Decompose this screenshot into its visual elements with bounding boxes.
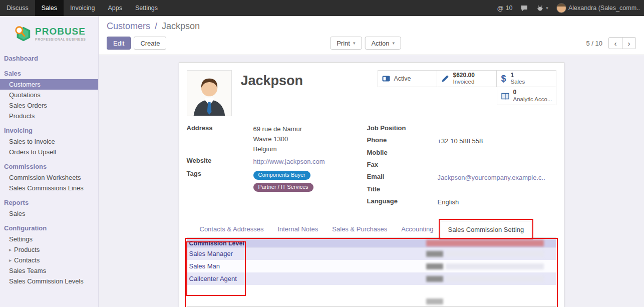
sales-label: Sales (511, 79, 525, 86)
breadcrumb-current: Jackpson (162, 21, 200, 31)
title-value (438, 185, 556, 195)
sidebar-item-sales-teams[interactable]: Sales Teams (0, 265, 98, 276)
title-label: Title (367, 185, 438, 195)
edit-button[interactable]: Edit (107, 37, 131, 50)
address-line: 69 rue de Namur (253, 124, 367, 134)
sidebar-item-sales-commissions-lines[interactable]: Sales Commissions Lines (0, 183, 98, 193)
address-label: Address (187, 124, 253, 154)
invoiced-amount: $620.00 (453, 72, 475, 79)
pager-next-button[interactable]: › (622, 37, 636, 49)
active-stat-button[interactable]: Active (378, 70, 437, 87)
redacted-value (426, 298, 443, 304)
bug-icon (536, 5, 544, 12)
table-row[interactable]: Sales Manager (187, 247, 556, 260)
probuse-logo-icon (13, 24, 32, 43)
language-value: English (438, 197, 556, 207)
record-title: Jackpson (241, 73, 378, 89)
sidebar-item-settings[interactable]: Settings (0, 234, 98, 244)
caret-right-icon: ▸ (9, 258, 12, 263)
table-row[interactable]: Sales Man (187, 260, 556, 272)
user-menu[interactable]: Alexandra (Sales_comm.. (556, 3, 640, 13)
menu-settings[interactable]: Settings (129, 0, 164, 16)
menu-apps[interactable]: Apps (101, 0, 129, 16)
mobile-value (438, 149, 556, 158)
sidebar-item-reports-sales[interactable]: Sales (0, 208, 98, 219)
user-name: Alexandra (Sales_comm.. (568, 5, 640, 12)
tab-contacts-addresses[interactable]: Contacts & Addresses (193, 221, 271, 238)
menu-discuss[interactable]: Discuss (0, 0, 35, 16)
sidebar-heading-configuration[interactable]: Configuration (0, 222, 98, 234)
table-footer-row (187, 296, 556, 307)
sidebar-menu: Dashboard Sales Customers Quotations Sal… (0, 53, 98, 286)
menu-invoicing[interactable]: Invoicing (64, 0, 101, 16)
address-line: Belgium (253, 144, 367, 154)
redacted-column-header (426, 240, 544, 246)
pager-previous-button[interactable]: ‹ (608, 37, 622, 49)
redacted-value (426, 251, 443, 257)
invoiced-stat-button[interactable]: $620.00 Invoiced (437, 70, 497, 87)
caret-right-icon: ▸ (9, 247, 12, 252)
tab-sales-purchases[interactable]: Sales & Purchases (325, 221, 394, 238)
mentions-button[interactable]: @ 10 (497, 5, 513, 12)
email-link[interactable]: Jackpson@yourcompany.example.c.. (438, 174, 545, 181)
sidebar-heading-reports[interactable]: Reports (0, 197, 98, 208)
pager-count: 5 / 10 (586, 40, 602, 47)
email-label: Email (367, 173, 438, 183)
messages-button[interactable] (520, 5, 528, 12)
action-dropdowns: Print ▾ Action ▾ (330, 37, 401, 50)
active-stat-label: Active (394, 75, 411, 82)
address-value: 69 rue de Namur Wavre 1300 Belgium (253, 124, 367, 154)
address-line: Wavre 1300 (253, 134, 367, 144)
brand-name: PROBUSE (35, 27, 86, 36)
tab-internal-notes[interactable]: Internal Notes (270, 221, 325, 238)
sidebar-heading-commissions[interactable]: Commissions (0, 161, 98, 172)
action-label: Action (371, 40, 389, 47)
print-dropdown[interactable]: Print ▾ (330, 37, 362, 50)
redacted-value (446, 276, 544, 282)
fax-value (438, 161, 556, 170)
invoiced-label: Invoiced (453, 79, 475, 86)
sidebar-item-quotations[interactable]: Quotations (0, 90, 98, 100)
table-row[interactable]: Callcenter Agent (187, 272, 556, 285)
sidebar-item-sales-orders[interactable]: Sales Orders (0, 100, 98, 111)
app-menu-bar: Discuss Sales Invoicing Apps Settings (0, 0, 164, 16)
commission-level-column-header[interactable]: Commission Level (187, 240, 426, 247)
commission-level-cell: Sales Man (187, 262, 426, 270)
debug-menu-button[interactable]: ▾ (536, 5, 548, 12)
analytic-accounts-stat-button[interactable]: 0 Analytic Acco... (497, 87, 556, 105)
phone-value: +32 10 588 558 (438, 136, 556, 146)
action-dropdown[interactable]: Action ▾ (365, 37, 401, 50)
sidebar-item-config-contacts[interactable]: ▸ Contacts (0, 255, 98, 265)
probuse-logo[interactable]: PROBUSE PROFESSIONAL BUSINESS (0, 16, 98, 49)
sidebar-heading-dashboard[interactable]: Dashboard (0, 53, 98, 64)
breadcrumb-customers-link[interactable]: Customers (107, 21, 150, 31)
sidebar-item-products[interactable]: Products (0, 111, 98, 121)
tab-sales-commission-setting[interactable]: Sales Commission Setting (441, 221, 532, 238)
sidebar-item-orders-to-upsell[interactable]: Orders to Upsell (0, 147, 98, 157)
control-panel: Customers / Jackpson Edit Create Print ▾… (99, 16, 644, 55)
menu-sales[interactable]: Sales (35, 0, 64, 16)
sidebar-item-config-products[interactable]: ▸ Products (0, 244, 98, 255)
tag-components-buyer: Components Buyer (253, 171, 310, 180)
commission-level-cell: Callcenter Agent (187, 275, 426, 282)
sidebar-heading-sales[interactable]: Sales (0, 68, 98, 79)
website-link[interactable]: http://www.jackpson.com (253, 158, 325, 165)
stat-buttons: Active $620.00 Invoiced $ (378, 70, 556, 105)
mobile-label: Mobile (367, 149, 438, 158)
sales-stat-button[interactable]: $ 1 Sales (496, 70, 556, 87)
breadcrumb-separator: / (155, 21, 157, 31)
tags-label: Tags (187, 170, 253, 194)
sidebar-item-commission-worksheets[interactable]: Commission Worksheets (0, 172, 98, 183)
redacted-value (426, 276, 443, 282)
sidebar-item-customers[interactable]: Customers (0, 79, 98, 90)
sidebar-heading-invoicing[interactable]: Invoicing (0, 125, 98, 136)
sidebar-item-sales-to-invoice[interactable]: Sales to Invoice (0, 136, 98, 147)
empty-row (187, 285, 556, 296)
analytic-label: Analytic Acco... (513, 96, 552, 103)
sidebar-item-sales-commission-levels[interactable]: Sales Commission Levels (0, 276, 98, 286)
sidebar-item-label: Products (14, 246, 40, 253)
tab-accounting[interactable]: Accounting (394, 221, 440, 238)
at-icon: @ (497, 5, 504, 12)
chat-bubble-icon (520, 5, 528, 12)
create-button[interactable]: Create (134, 37, 166, 50)
